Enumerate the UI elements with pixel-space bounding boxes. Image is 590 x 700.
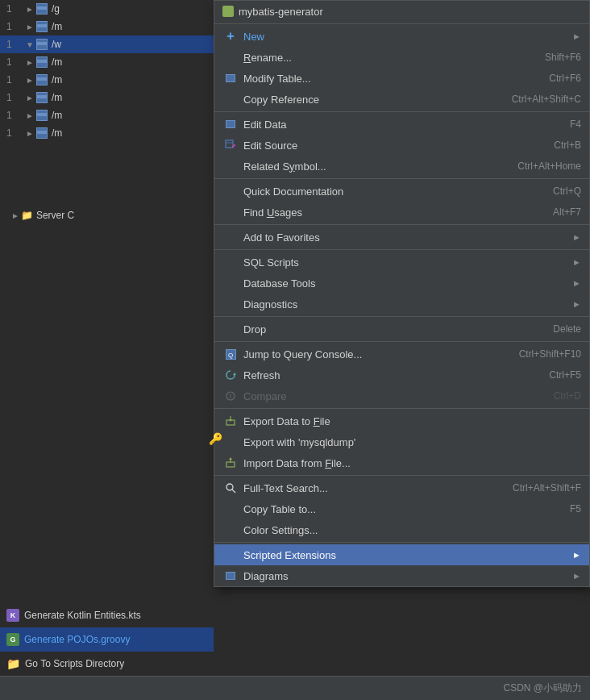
separator-3: [214, 224, 589, 225]
menu-item-export-file[interactable]: Export Data to File: [214, 410, 589, 431]
menu-label-export-file: Export Data to File: [243, 415, 581, 427]
key-icon: 🔑: [209, 432, 222, 445]
go-to-scripts-label: Go To Scripts Directory: [25, 658, 124, 669]
menu-item-rename[interactable]: Rename... Shift+F6: [214, 47, 589, 68]
menu-item-import-file[interactable]: Import Data from File...: [214, 452, 589, 473]
menu-item-related-symbol[interactable]: Related Symbol... Ctrl+Alt+Home: [214, 156, 589, 177]
arrow-icon-favorites: ►: [572, 232, 581, 242]
query-console-icon: Q: [222, 346, 239, 362]
menu-item-refresh[interactable]: Refresh Ctrl+F5: [214, 365, 589, 385]
menu-label-compare: Compare: [243, 390, 538, 402]
generate-kotlin-item[interactable]: K Generate Kotlin Entities.kts: [0, 603, 214, 627]
menu-item-edit-source[interactable]: Edit Source Ctrl+B: [214, 135, 589, 156]
shortcut-refresh: Ctrl+F5: [549, 369, 581, 381]
tree-item-server[interactable]: ► 📁 Server C: [0, 206, 214, 224]
export-icon: [222, 413, 239, 429]
plugin-item: mybatis-generator: [214, 1, 589, 22]
separator-6: [214, 341, 589, 342]
shortcut-compare: Ctrl+D: [554, 390, 581, 402]
footer-bar: CSDN @小码助力: [0, 676, 590, 700]
file-tree-panel: 1 ► /g 1 ► /m 1 ▼ /w 1 ► /m 1 ► /m: [0, 0, 214, 700]
chevron-icon: ►: [26, 94, 34, 102]
import-icon: [222, 455, 239, 471]
generate-items-panel: K Generate Kotlin Entities.kts G Generat…: [0, 603, 214, 676]
table-icon: [35, 20, 48, 33]
table-icon: [35, 73, 48, 86]
scripted-icon: [222, 547, 239, 563]
chevron-icon: ►: [26, 23, 34, 31]
chevron-icon: ►: [26, 111, 34, 120]
arrow-icon-diagrams: ►: [572, 571, 581, 581]
menu-label-new: New: [243, 31, 569, 43]
menu-item-sql-scripts[interactable]: SQL Scripts ►: [214, 252, 589, 273]
menu-item-compare[interactable]: Compare Ctrl+D: [214, 385, 589, 406]
menu-item-quick-doc[interactable]: Quick Documentation Ctrl+Q: [214, 181, 589, 202]
menu-item-new[interactable]: + New ►: [214, 26, 589, 47]
kotlin-icon: K: [6, 609, 19, 622]
svg-rect-0: [226, 140, 233, 148]
related-icon: [222, 158, 239, 174]
menu-item-copy-table[interactable]: Copy Table to... F5: [214, 498, 589, 519]
menu-label-modify-table: Modify Table...: [243, 73, 533, 85]
shortcut-drop: Delete: [553, 323, 581, 335]
menu-label-full-text-search: Full-Text Search...: [243, 482, 497, 494]
modify-icon: [222, 70, 239, 86]
tree-item-7[interactable]: 1 ► /m: [0, 106, 214, 124]
table-icon: [35, 109, 48, 122]
doc-icon: [222, 183, 239, 199]
table-icon: [35, 2, 48, 15]
menu-item-drop[interactable]: Drop Delete: [214, 319, 589, 340]
tree-item-2[interactable]: 1 ► /m: [0, 18, 214, 35]
menu-item-diagnostics[interactable]: Diagnostics ►: [214, 294, 589, 315]
menu-label-drop: Drop: [243, 323, 537, 335]
copy-icon: [222, 91, 239, 107]
menu-label-export-mysqldump: Export with 'mysqldump': [243, 436, 581, 448]
menu-item-copy-reference[interactable]: Copy Reference Ctrl+Alt+Shift+C: [214, 89, 589, 110]
menu-label-import-file: Import Data from File...: [243, 457, 581, 469]
menu-item-modify-table[interactable]: Modify Table... Ctrl+F6: [214, 68, 589, 89]
menu-label-copy-table: Copy Table to...: [243, 503, 554, 515]
tree-item-5[interactable]: 1 ► /m: [0, 71, 214, 89]
menu-item-diagrams[interactable]: Diagrams ►: [214, 565, 589, 586]
tree-item-1[interactable]: 1 ► /g: [0, 0, 214, 18]
menu-label-refresh: Refresh: [243, 369, 533, 381]
svg-marker-2: [233, 373, 236, 375]
arrow-icon-new: ►: [572, 31, 581, 41]
menu-item-export-mysqldump[interactable]: Export with 'mysqldump': [214, 431, 589, 452]
shortcut-quick-doc: Ctrl+Q: [553, 185, 581, 197]
generate-pojos-item[interactable]: G Generate POJOs.groovy: [0, 627, 214, 652]
menu-item-jump-query[interactable]: Q Jump to Query Console... Ctrl+Shift+F1…: [214, 344, 589, 365]
menu-item-color-settings[interactable]: Color Settings...: [214, 519, 589, 540]
compare-icon: [222, 388, 239, 404]
menu-item-find-usages[interactable]: Find Usages Alt+F7: [214, 202, 589, 223]
folder-icon: 📁: [21, 210, 33, 221]
scripts-dir-item[interactable]: 📁 Go To Scripts Directory: [0, 652, 214, 676]
menu-label-rename: Rename...: [243, 52, 529, 64]
menu-item-add-favorites[interactable]: Add to Favorites ►: [214, 227, 589, 248]
menu-label-copy-reference: Copy Reference: [243, 94, 496, 106]
menu-item-scripted-extensions[interactable]: Scripted Extensions ►: [214, 544, 589, 565]
menu-item-full-text-search[interactable]: Full-Text Search... Ctrl+Alt+Shift+F: [214, 477, 589, 498]
menu-item-database-tools[interactable]: Database Tools ►: [214, 273, 589, 294]
shortcut-modify-table: Ctrl+F6: [549, 73, 581, 84]
menu-item-edit-data[interactable]: Edit Data F4: [214, 114, 589, 135]
svg-line-12: [232, 490, 235, 493]
tree-item-4[interactable]: 1 ► /m: [0, 53, 214, 71]
shortcut-find-usages: Alt+F7: [553, 206, 581, 218]
diagnostics-icon: [222, 296, 239, 312]
plus-icon: +: [222, 28, 239, 44]
tree-item-6[interactable]: 1 ► /m: [0, 89, 214, 106]
drop-icon: [222, 321, 239, 337]
tree-item-3[interactable]: 1 ▼ /w: [0, 35, 214, 53]
pencil-icon: [222, 137, 239, 153]
shortcut-related-symbol: Ctrl+Alt+Home: [517, 160, 581, 172]
menu-label-sql-scripts: SQL Scripts: [243, 256, 569, 269]
refresh-icon: [222, 367, 239, 383]
table-icon: [35, 38, 48, 51]
favorites-icon: [222, 229, 239, 245]
plugin-label: mybatis-generator: [239, 6, 323, 18]
arrow-icon-diagnostics: ►: [572, 299, 581, 309]
tree-item-8[interactable]: 1 ► /m: [0, 124, 214, 142]
shortcut-edit-data: F4: [570, 119, 581, 130]
groovy-icon: G: [6, 633, 19, 646]
